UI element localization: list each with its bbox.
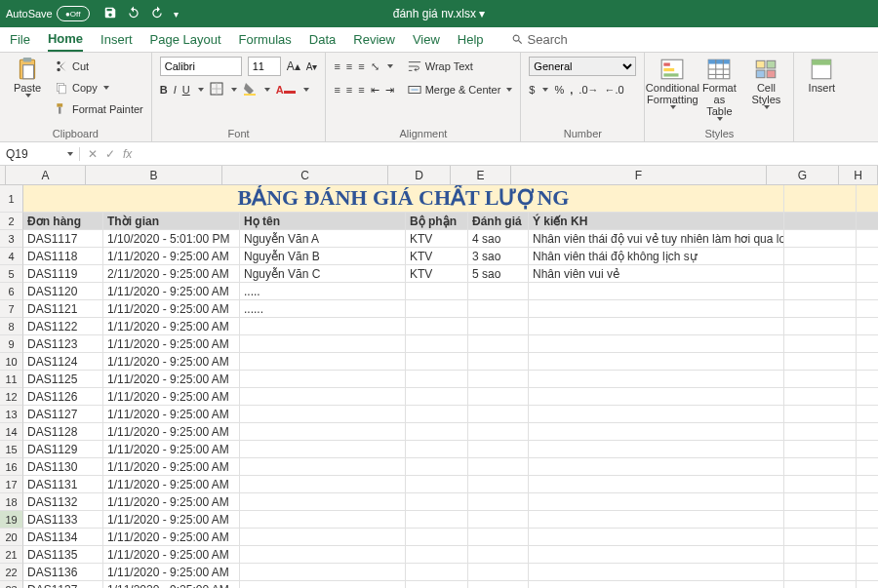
- cell[interactable]: [784, 230, 857, 248]
- cell[interactable]: [406, 300, 468, 318]
- italic-button[interactable]: I: [174, 84, 177, 96]
- cell[interactable]: [784, 529, 857, 546]
- cell[interactable]: [784, 318, 857, 335]
- cell[interactable]: [406, 371, 468, 388]
- cell[interactable]: KTV: [406, 248, 468, 265]
- cell[interactable]: 4 sao: [468, 230, 529, 248]
- cell[interactable]: 1/11/2020 - 9:25:00 AM: [103, 388, 240, 406]
- cell[interactable]: DAS1136: [23, 564, 103, 581]
- decrease-font-icon[interactable]: A▾: [306, 61, 318, 72]
- cut-button[interactable]: Cut: [55, 57, 143, 76]
- cell[interactable]: [784, 493, 857, 511]
- cell[interactable]: [529, 353, 784, 371]
- cell[interactable]: 1/11/2020 - 9:25:00 AM: [103, 441, 240, 458]
- tab-page-layout[interactable]: Page Layout: [150, 28, 221, 51]
- cell[interactable]: [857, 335, 878, 353]
- cancel-formula-icon[interactable]: ✕: [88, 147, 98, 161]
- cell[interactable]: [468, 388, 529, 406]
- cell[interactable]: 1/11/2020 - 9:25:00 AM: [103, 318, 240, 335]
- cell[interactable]: [406, 511, 468, 529]
- cell[interactable]: [529, 371, 784, 388]
- number-format-select[interactable]: General: [529, 57, 636, 76]
- cell[interactable]: DAS1127: [23, 406, 103, 423]
- row-header[interactable]: 19: [0, 511, 23, 529]
- tab-home[interactable]: Home: [48, 27, 83, 52]
- row-header[interactable]: 8: [0, 318, 23, 335]
- cell[interactable]: 1/11/2020 - 9:25:00 AM: [103, 353, 240, 371]
- row-header[interactable]: 5: [0, 265, 23, 283]
- cell[interactable]: [784, 423, 857, 441]
- cell[interactable]: [468, 529, 529, 546]
- cell[interactable]: [406, 493, 468, 511]
- cell[interactable]: [406, 283, 468, 300]
- row-header[interactable]: 9: [0, 335, 23, 353]
- cell[interactable]: [406, 318, 468, 335]
- cell[interactable]: [784, 353, 857, 371]
- row-header[interactable]: 11: [0, 371, 23, 388]
- cell[interactable]: DAS1137: [23, 581, 103, 588]
- tab-data[interactable]: Data: [309, 28, 336, 51]
- cell[interactable]: [857, 248, 878, 265]
- cell[interactable]: [406, 458, 468, 476]
- row-header[interactable]: 21: [0, 546, 23, 564]
- fx-icon[interactable]: fx: [123, 147, 132, 161]
- row-header[interactable]: 20: [0, 529, 23, 546]
- cell[interactable]: [857, 318, 878, 335]
- cell[interactable]: 1/11/2020 - 9:25:00 AM: [103, 529, 240, 546]
- row-header[interactable]: 7: [0, 300, 23, 318]
- cell[interactable]: [529, 458, 784, 476]
- cell[interactable]: [406, 546, 468, 564]
- cell[interactable]: [857, 283, 878, 300]
- insert-cells-button[interactable]: Insert: [802, 57, 841, 94]
- cell[interactable]: [784, 564, 857, 581]
- cell[interactable]: [529, 300, 784, 318]
- cell[interactable]: [857, 546, 878, 564]
- cell[interactable]: [857, 406, 878, 423]
- cell[interactable]: [468, 371, 529, 388]
- format-as-table-button[interactable]: Format as Table: [699, 57, 738, 121]
- cell[interactable]: [529, 493, 784, 511]
- cell[interactable]: [857, 185, 878, 213]
- cell[interactable]: [784, 476, 857, 493]
- decrease-decimal-icon[interactable]: ←.0: [605, 84, 624, 96]
- column-header-F[interactable]: F: [511, 166, 767, 185]
- cell[interactable]: [857, 493, 878, 511]
- cell[interactable]: [857, 230, 878, 248]
- row-header[interactable]: 6: [0, 283, 23, 300]
- cell[interactable]: [468, 335, 529, 353]
- cell[interactable]: [240, 476, 406, 493]
- cell[interactable]: [406, 476, 468, 493]
- cell[interactable]: [784, 546, 857, 564]
- cell[interactable]: [857, 581, 878, 588]
- cell[interactable]: 3 sao: [468, 248, 529, 265]
- cell[interactable]: Nhân viên thái độ vui vẻ tuy nhiên làm h…: [529, 230, 784, 248]
- cell[interactable]: [784, 265, 857, 283]
- tab-help[interactable]: Help: [458, 28, 484, 51]
- cell[interactable]: [240, 388, 406, 406]
- autosave-toggle[interactable]: AutoSave ● Off: [6, 6, 90, 21]
- redo-icon[interactable]: [150, 6, 164, 22]
- cell[interactable]: [406, 529, 468, 546]
- cell[interactable]: [406, 581, 468, 588]
- cell[interactable]: [240, 318, 406, 335]
- tab-review[interactable]: Review: [353, 28, 395, 51]
- cell[interactable]: DAS1124: [23, 353, 103, 371]
- cell[interactable]: Nguyễn Văn A: [240, 230, 406, 248]
- increase-indent-icon[interactable]: ⇥: [385, 84, 394, 97]
- row-header[interactable]: 15: [0, 441, 23, 458]
- cell[interactable]: 1/11/2020 - 9:25:00 AM: [103, 406, 240, 423]
- cell[interactable]: [240, 353, 406, 371]
- cell[interactable]: [406, 441, 468, 458]
- cell[interactable]: [468, 423, 529, 441]
- cell[interactable]: Nguyễn Văn C: [240, 265, 406, 283]
- cell[interactable]: [784, 283, 857, 300]
- align-right-icon[interactable]: ≡: [358, 84, 364, 96]
- cell[interactable]: [529, 406, 784, 423]
- cell[interactable]: Bộ phận: [406, 213, 468, 230]
- underline-button[interactable]: U: [182, 84, 190, 96]
- fill-color-button[interactable]: [243, 82, 257, 98]
- cell[interactable]: [468, 318, 529, 335]
- row-header[interactable]: 22: [0, 564, 23, 581]
- conditional-formatting-button[interactable]: Conditional Formatting: [653, 57, 692, 109]
- cell[interactable]: [857, 371, 878, 388]
